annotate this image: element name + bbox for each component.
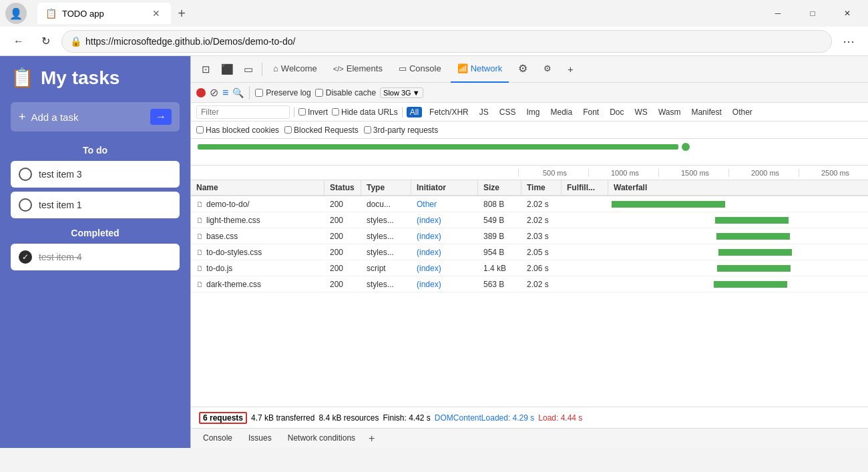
timeline-green-bar [198,144,678,150]
sidebar-title: My tasks [41,67,120,89]
bottom-tab-network-conditions[interactable]: Network conditions [281,432,362,445]
filter-manifest-button[interactable]: Manifest [688,107,724,117]
filter-sep-2 [402,107,403,117]
network-row-3[interactable]: 🗋 base.css 200 styles... (index) 389 B 2… [191,228,868,244]
clear-network-button[interactable]: ⊘ [210,86,218,99]
row5-file-icon: 🗋 [196,264,204,272]
network-status-bar: 6 requests 4.7 kB transferred 8.4 kB res… [191,407,868,428]
more-options-button[interactable]: ⋯ [837,31,860,51]
inspect-element-button[interactable]: ⊡ [196,60,215,79]
task-item-completed-1[interactable]: ✓ test item 4 [11,244,180,270]
row4-initiator[interactable]: (index) [411,248,478,257]
col-header-name[interactable]: Name [191,180,324,195]
filter-toggle-button[interactable]: ≡ [222,87,228,99]
timeline-mark-1000: 1000 ms [588,169,658,177]
task-checkbox-completed-1[interactable]: ✓ [19,250,32,264]
network-row-4[interactable]: 🗋 to-do-styles.css 200 styles... (index)… [191,244,868,260]
devtools-tab-welcome[interactable]: ⌂ Welcome [266,56,324,83]
hide-data-urls-checkbox[interactable] [332,108,339,115]
panel-layout-button[interactable]: ▭ [239,60,258,79]
invert-checkbox[interactable] [298,108,306,115]
minimize-button[interactable]: ─ [763,3,793,23]
timeline-mark-2000: 2000 ms [728,169,799,177]
row6-waterfall [608,276,868,292]
filter-input[interactable] [196,105,290,119]
col-header-type[interactable]: Type [361,180,411,195]
timeline-marks: 500 ms 1000 ms 1500 ms 2000 ms 2500 ms 3… [518,169,868,177]
col-header-fulfill[interactable]: Fulfill... [562,180,608,195]
search-network-button[interactable]: 🔍 [232,87,244,98]
row1-status: 200 [324,200,361,209]
timeline-mark-2500: 2500 ms [799,169,868,177]
bottom-tab-add-button[interactable]: + [365,431,379,446]
row5-initiator[interactable]: (index) [411,264,478,273]
disable-cache-checkbox[interactable] [315,89,323,97]
row1-file-icon: 🗋 [196,200,204,208]
filter-all-button[interactable]: All [407,107,422,117]
row1-waterfall [608,196,868,212]
task-checkbox-1[interactable] [19,168,32,181]
filter-ws-button[interactable]: WS [632,107,651,117]
filter-other-button[interactable]: Other [729,107,756,117]
row3-name-text: base.css [206,232,238,241]
profile-avatar[interactable]: 👤 [5,3,27,24]
row6-initiator[interactable]: (index) [411,280,478,289]
address-bar[interactable]: 🔒 https://microsoftedge.github.io/Demos/… [61,30,832,53]
col-header-size[interactable]: Size [478,180,521,195]
browser-tab-todo[interactable]: 📋 TODO app ✕ [37,3,171,24]
col-header-status[interactable]: Status [324,180,361,195]
row3-initiator[interactable]: (index) [411,232,478,241]
row2-initiator[interactable]: (index) [411,216,478,225]
row6-name-text: dark-theme.css [206,280,261,289]
task-item-2[interactable]: test item 1 [11,192,180,218]
filter-js-button[interactable]: JS [476,107,492,117]
network-row-2[interactable]: 🗋 light-theme.css 200 styles... (index) … [191,212,868,228]
devtools-add-panel-button[interactable]: + [561,60,580,79]
devtools-tab-sources[interactable]: ⚙ [511,56,534,83]
network-row-6[interactable]: 🗋 dark-theme.css 200 styles... (index) 5… [191,276,868,292]
filter-doc-button[interactable]: Doc [606,107,627,117]
network-row-5[interactable]: 🗋 to-do.js 200 script (index) 1.4 kB 2.0… [191,260,868,276]
col-header-time[interactable]: Time [521,180,562,195]
maximize-button[interactable]: □ [797,3,828,23]
filter-wasm-button[interactable]: Wasm [655,107,684,117]
row4-status: 200 [324,248,361,257]
filter-font-button[interactable]: Font [580,107,602,117]
filter-css-button[interactable]: CSS [496,107,519,117]
new-tab-button[interactable]: + [171,3,192,24]
filter-media-button[interactable]: Media [547,107,576,117]
filter-fetch-button[interactable]: Fetch/XHR [426,107,472,117]
back-button[interactable]: ← [8,31,29,52]
devtools-tab-network[interactable]: 📶 Network [451,56,509,83]
preserve-log-checkbox[interactable] [255,89,263,97]
device-emulation-button[interactable]: ⬛ [218,60,236,79]
filter-img-button[interactable]: Img [523,107,543,117]
throttle-dropdown[interactable]: Slow 3G ▼ [380,87,423,98]
col-header-initiator[interactable]: Initiator [411,180,478,195]
devtools-tab-console[interactable]: ▭ Console [392,56,448,83]
record-button[interactable] [196,88,206,97]
blocked-requests-checkbox[interactable] [284,126,292,134]
devtools-tab-settings-gear[interactable]: ⚙ [537,56,558,83]
network-row-1[interactable]: 🗋 demo-to-do/ 200 docu... Other 808 B 2.… [191,196,868,212]
task-text-2: test item 1 [39,200,82,210]
task-item-1[interactable]: test item 3 [11,161,180,188]
invert-checkbox-label: Invert [298,107,328,117]
bottom-tab-console[interactable]: Console [196,432,239,445]
bottom-tab-issues[interactable]: Issues [242,432,278,445]
row2-type: styles... [361,216,411,225]
refresh-button[interactable]: ↻ [35,31,56,52]
task-checkbox-2[interactable] [19,198,32,212]
add-task-button[interactable]: + Add a task → [11,102,180,132]
row1-initiator: Other [411,200,478,209]
network-label: Network [471,63,503,73]
blocked-cookies-checkbox[interactable] [196,126,204,134]
hide-data-urls-text: Hide data URLs [341,107,398,117]
tab-close-button[interactable]: ✕ [150,7,163,20]
col-header-waterfall[interactable]: Waterfall ▲ [608,180,868,195]
row1-name-text: demo-to-do/ [206,200,250,209]
invert-label: Invert [308,107,328,117]
close-button[interactable]: ✕ [832,3,863,23]
third-party-checkbox[interactable] [364,126,371,134]
devtools-tab-elements[interactable]: </> Elements [327,56,389,83]
